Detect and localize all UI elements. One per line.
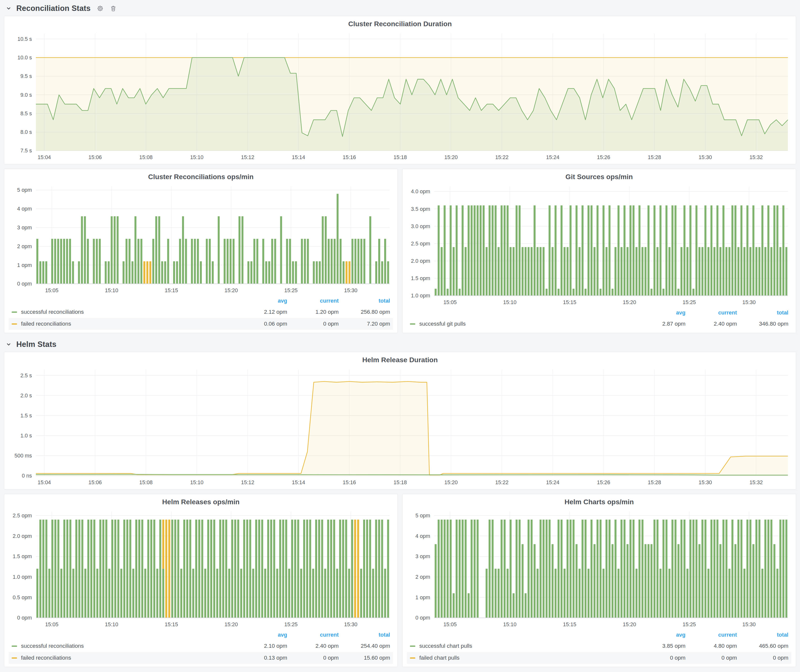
legend-col-total[interactable]: total (339, 632, 390, 638)
x-tick-label: 15:25 (284, 288, 298, 293)
x-tick-label: 15:10 (190, 480, 203, 485)
gear-icon[interactable] (96, 5, 104, 12)
bar-success (498, 247, 500, 296)
section-reconciliation-stats[interactable]: Reconciliation Stats (4, 1, 796, 16)
panel-title[interactable]: Helm Charts ops/min (406, 497, 792, 509)
legend-col-current[interactable]: current (685, 310, 737, 316)
chart-canvas[interactable]: 5 opm4 opm3 opm2 opm1 opm0 opm15:0515:10… (8, 183, 394, 295)
bar-success (282, 520, 284, 618)
legend-row[interactable]: failed reconciliations0.06 opm0 opm7.20 … (9, 318, 393, 330)
bar-success (111, 216, 113, 284)
bar-failed (354, 520, 356, 618)
legend-stat: 0 opm (634, 655, 685, 661)
bar-success (286, 239, 288, 284)
legend-col-avg[interactable]: avg (634, 310, 685, 316)
legend-col-avg[interactable]: avg (236, 632, 287, 638)
legend-col-current[interactable]: current (287, 632, 339, 638)
bar-success (247, 261, 250, 284)
bar-success (522, 247, 524, 296)
x-tick-label: 15:20 (623, 622, 636, 627)
bar-success (274, 239, 276, 284)
bar-success (333, 520, 335, 618)
legend-col-avg[interactable]: avg (236, 298, 287, 304)
legend-header: avgcurrenttotal (407, 307, 791, 318)
bar-success (280, 216, 282, 284)
legend-col-total[interactable]: total (737, 632, 788, 638)
bar-success (603, 569, 605, 618)
time-series-plot[interactable]: 2.5 s2.0 s1.5 s1.0 s500 ms0 ns15:0415:06… (8, 366, 792, 487)
bar-success (690, 520, 691, 618)
bar-success (494, 205, 496, 296)
legend-col-current[interactable]: current (287, 298, 339, 304)
bar-success (486, 247, 488, 296)
y-tick-label: 1.0 opm (13, 574, 32, 580)
legend-col-total[interactable]: total (737, 310, 788, 316)
chart-canvas[interactable]: 4.0 opm3.5 opm3.0 opm2.5 opm2.0 opm1.5 o… (406, 183, 792, 307)
bar-success (312, 569, 314, 618)
chart-canvas[interactable]: 5 opm4 opm3 opm2 opm1 opm0 opm15:0515:10… (406, 509, 792, 629)
panel-title[interactable]: Cluster Reconciliation Duration (8, 19, 792, 30)
chevron-down-icon[interactable] (5, 341, 12, 348)
legend-col-avg[interactable]: avg (634, 632, 685, 638)
legend-row[interactable]: successful reconciliations2.10 opm2.40 o… (9, 640, 393, 652)
bar-success (501, 205, 502, 296)
x-tick-label: 15:05 (443, 299, 457, 305)
bar-success (531, 520, 533, 618)
legend-row[interactable]: successful reconciliations2.12 opm1.20 o… (9, 306, 393, 318)
bar-plot[interactable]: 2.5 opm2.0 opm1.5 opm1.0 opm0.5 opm0 opm… (8, 509, 394, 629)
bar-success (539, 247, 541, 296)
bar-success (762, 205, 763, 296)
bar-success (767, 205, 769, 296)
x-tick-label: 15:18 (394, 154, 407, 160)
bar-success (467, 205, 469, 296)
bar-success (566, 247, 568, 296)
bar-success (680, 520, 683, 618)
bar-success (93, 239, 95, 284)
bar-plot[interactable]: 5 opm4 opm3 opm2 opm1 opm0 opm15:0515:10… (8, 183, 394, 295)
panel-title[interactable]: Helm Releases ops/min (8, 497, 394, 509)
legend-row[interactable]: successful git pulls2.87 opm2.40 opm346.… (407, 318, 791, 330)
section-helm-stats[interactable]: Helm Stats (4, 337, 796, 352)
bar-success (331, 239, 333, 284)
x-tick-label: 15:30 (344, 288, 357, 293)
bar-success (534, 205, 536, 296)
x-tick-label: 15:30 (699, 480, 712, 485)
legend-col-current[interactable]: current (685, 632, 737, 638)
trash-icon[interactable] (110, 5, 117, 12)
legend-header: avgcurrenttotal (407, 630, 791, 640)
bar-plot[interactable]: 4.0 opm3.5 opm3.0 opm2.5 opm2.0 opm1.5 o… (406, 183, 792, 307)
bar-success (156, 569, 158, 618)
legend-col-total[interactable]: total (339, 298, 390, 304)
bar-success (621, 247, 622, 296)
legend-row[interactable]: failed reconciliations0.13 opm0 opm15.60… (9, 652, 393, 664)
bar-success (767, 520, 769, 618)
panel-title[interactable]: Cluster Reconciliations ops/min (8, 172, 394, 183)
bar-success (279, 520, 281, 618)
bar-success (467, 593, 469, 618)
y-tick-label: 0 opm (415, 615, 430, 621)
chart-canvas[interactable]: 10.5 s10.0 s9.5 s9.0 s8.5 s8.0 s7.5 s15:… (8, 30, 792, 162)
x-tick-label: 15:16 (342, 480, 356, 485)
y-tick-label: 1 opm (17, 262, 32, 268)
panel-title[interactable]: Helm Release Duration (8, 355, 792, 366)
chevron-down-icon[interactable] (5, 5, 12, 12)
bar-success (488, 520, 491, 618)
series-name: successful reconciliations (21, 643, 84, 649)
bar-success (518, 520, 520, 618)
chart-canvas[interactable]: 2.5 opm2.0 opm1.5 opm1.0 opm0.5 opm0 opm… (8, 509, 394, 629)
bar-success (579, 247, 581, 296)
time-series-plot[interactable]: 10.5 s10.0 s9.5 s9.0 s8.5 s8.0 s7.5 s15:… (8, 30, 792, 162)
legend-row[interactable]: successful chart pulls3.85 opm4.80 opm46… (407, 640, 791, 652)
y-tick-label: 0 opm (17, 615, 32, 621)
bar-plot[interactable]: 5 opm4 opm3 opm2 opm1 opm0 opm15:0515:10… (406, 509, 792, 629)
bar-success (630, 205, 632, 296)
bar-success (584, 289, 587, 296)
chart-canvas[interactable]: 2.5 s2.0 s1.5 s1.0 s500 ms0 ns15:0415:06… (8, 366, 792, 487)
bar-success (627, 544, 629, 618)
legend-row[interactable]: failed chart pulls0 opm0 opm0 opm (407, 652, 791, 664)
bar-success (453, 247, 455, 296)
legend-header: avgcurrenttotal (9, 296, 393, 306)
x-tick-label: 15:04 (38, 154, 51, 160)
y-tick-label: 10.0 s (17, 55, 32, 61)
panel-title[interactable]: Git Sources ops/min (406, 172, 792, 183)
